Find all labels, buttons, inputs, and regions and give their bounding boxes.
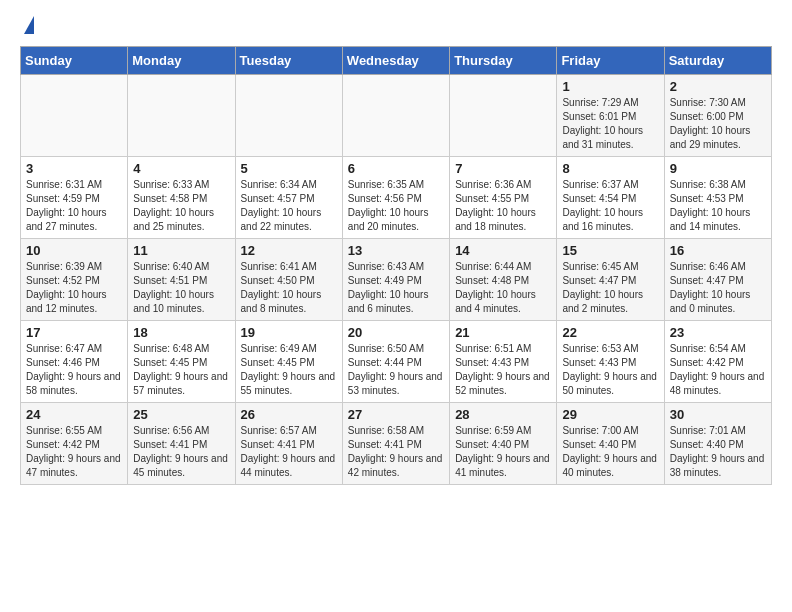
day-info: Sunrise: 6:50 AM Sunset: 4:44 PM Dayligh…	[348, 342, 444, 398]
day-number: 17	[26, 325, 122, 340]
header-friday: Friday	[557, 47, 664, 75]
day-info: Sunrise: 6:46 AM Sunset: 4:47 PM Dayligh…	[670, 260, 766, 316]
day-number: 1	[562, 79, 658, 94]
day-number: 30	[670, 407, 766, 422]
day-info: Sunrise: 6:51 AM Sunset: 4:43 PM Dayligh…	[455, 342, 551, 398]
day-info: Sunrise: 6:39 AM Sunset: 4:52 PM Dayligh…	[26, 260, 122, 316]
day-info: Sunrise: 6:45 AM Sunset: 4:47 PM Dayligh…	[562, 260, 658, 316]
calendar-cell: 15Sunrise: 6:45 AM Sunset: 4:47 PM Dayli…	[557, 239, 664, 321]
calendar-cell: 5Sunrise: 6:34 AM Sunset: 4:57 PM Daylig…	[235, 157, 342, 239]
calendar-cell: 29Sunrise: 7:00 AM Sunset: 4:40 PM Dayli…	[557, 403, 664, 485]
day-number: 3	[26, 161, 122, 176]
header-monday: Monday	[128, 47, 235, 75]
day-info: Sunrise: 6:55 AM Sunset: 4:42 PM Dayligh…	[26, 424, 122, 480]
day-info: Sunrise: 6:41 AM Sunset: 4:50 PM Dayligh…	[241, 260, 337, 316]
day-number: 4	[133, 161, 229, 176]
calendar-cell: 30Sunrise: 7:01 AM Sunset: 4:40 PM Dayli…	[664, 403, 771, 485]
week-row-0: 1Sunrise: 7:29 AM Sunset: 6:01 PM Daylig…	[21, 75, 772, 157]
day-number: 7	[455, 161, 551, 176]
day-number: 28	[455, 407, 551, 422]
calendar-cell: 13Sunrise: 6:43 AM Sunset: 4:49 PM Dayli…	[342, 239, 449, 321]
day-number: 26	[241, 407, 337, 422]
calendar-cell: 3Sunrise: 6:31 AM Sunset: 4:59 PM Daylig…	[21, 157, 128, 239]
day-number: 16	[670, 243, 766, 258]
day-info: Sunrise: 7:29 AM Sunset: 6:01 PM Dayligh…	[562, 96, 658, 152]
day-info: Sunrise: 7:30 AM Sunset: 6:00 PM Dayligh…	[670, 96, 766, 152]
day-info: Sunrise: 6:44 AM Sunset: 4:48 PM Dayligh…	[455, 260, 551, 316]
day-number: 22	[562, 325, 658, 340]
day-info: Sunrise: 6:56 AM Sunset: 4:41 PM Dayligh…	[133, 424, 229, 480]
week-row-1: 3Sunrise: 6:31 AM Sunset: 4:59 PM Daylig…	[21, 157, 772, 239]
day-info: Sunrise: 6:43 AM Sunset: 4:49 PM Dayligh…	[348, 260, 444, 316]
header-tuesday: Tuesday	[235, 47, 342, 75]
day-info: Sunrise: 6:54 AM Sunset: 4:42 PM Dayligh…	[670, 342, 766, 398]
day-number: 23	[670, 325, 766, 340]
day-info: Sunrise: 6:37 AM Sunset: 4:54 PM Dayligh…	[562, 178, 658, 234]
day-number: 18	[133, 325, 229, 340]
week-row-4: 24Sunrise: 6:55 AM Sunset: 4:42 PM Dayli…	[21, 403, 772, 485]
header-sunday: Sunday	[21, 47, 128, 75]
header-thursday: Thursday	[450, 47, 557, 75]
day-info: Sunrise: 6:40 AM Sunset: 4:51 PM Dayligh…	[133, 260, 229, 316]
calendar-table: SundayMondayTuesdayWednesdayThursdayFrid…	[20, 46, 772, 485]
calendar-header-row: SundayMondayTuesdayWednesdayThursdayFrid…	[21, 47, 772, 75]
calendar-cell: 26Sunrise: 6:57 AM Sunset: 4:41 PM Dayli…	[235, 403, 342, 485]
day-info: Sunrise: 6:33 AM Sunset: 4:58 PM Dayligh…	[133, 178, 229, 234]
day-number: 15	[562, 243, 658, 258]
header-saturday: Saturday	[664, 47, 771, 75]
day-number: 5	[241, 161, 337, 176]
calendar-cell: 10Sunrise: 6:39 AM Sunset: 4:52 PM Dayli…	[21, 239, 128, 321]
day-info: Sunrise: 6:59 AM Sunset: 4:40 PM Dayligh…	[455, 424, 551, 480]
header-wednesday: Wednesday	[342, 47, 449, 75]
calendar-cell: 8Sunrise: 6:37 AM Sunset: 4:54 PM Daylig…	[557, 157, 664, 239]
calendar-cell: 1Sunrise: 7:29 AM Sunset: 6:01 PM Daylig…	[557, 75, 664, 157]
calendar-cell: 23Sunrise: 6:54 AM Sunset: 4:42 PM Dayli…	[664, 321, 771, 403]
day-info: Sunrise: 6:47 AM Sunset: 4:46 PM Dayligh…	[26, 342, 122, 398]
calendar-cell: 25Sunrise: 6:56 AM Sunset: 4:41 PM Dayli…	[128, 403, 235, 485]
calendar-cell	[128, 75, 235, 157]
day-number: 13	[348, 243, 444, 258]
calendar-cell: 6Sunrise: 6:35 AM Sunset: 4:56 PM Daylig…	[342, 157, 449, 239]
calendar-cell: 4Sunrise: 6:33 AM Sunset: 4:58 PM Daylig…	[128, 157, 235, 239]
calendar-cell: 11Sunrise: 6:40 AM Sunset: 4:51 PM Dayli…	[128, 239, 235, 321]
calendar-cell: 22Sunrise: 6:53 AM Sunset: 4:43 PM Dayli…	[557, 321, 664, 403]
calendar-cell: 12Sunrise: 6:41 AM Sunset: 4:50 PM Dayli…	[235, 239, 342, 321]
logo	[20, 16, 34, 36]
day-number: 21	[455, 325, 551, 340]
day-number: 12	[241, 243, 337, 258]
calendar-cell	[450, 75, 557, 157]
calendar-cell	[21, 75, 128, 157]
calendar-cell: 2Sunrise: 7:30 AM Sunset: 6:00 PM Daylig…	[664, 75, 771, 157]
calendar-cell: 24Sunrise: 6:55 AM Sunset: 4:42 PM Dayli…	[21, 403, 128, 485]
logo-triangle-icon	[24, 16, 34, 34]
day-number: 19	[241, 325, 337, 340]
week-row-2: 10Sunrise: 6:39 AM Sunset: 4:52 PM Dayli…	[21, 239, 772, 321]
day-number: 25	[133, 407, 229, 422]
day-number: 20	[348, 325, 444, 340]
calendar-cell: 19Sunrise: 6:49 AM Sunset: 4:45 PM Dayli…	[235, 321, 342, 403]
calendar-cell	[235, 75, 342, 157]
calendar-cell: 9Sunrise: 6:38 AM Sunset: 4:53 PM Daylig…	[664, 157, 771, 239]
day-number: 2	[670, 79, 766, 94]
day-info: Sunrise: 6:53 AM Sunset: 4:43 PM Dayligh…	[562, 342, 658, 398]
calendar-cell: 27Sunrise: 6:58 AM Sunset: 4:41 PM Dayli…	[342, 403, 449, 485]
day-info: Sunrise: 7:01 AM Sunset: 4:40 PM Dayligh…	[670, 424, 766, 480]
day-number: 8	[562, 161, 658, 176]
week-row-3: 17Sunrise: 6:47 AM Sunset: 4:46 PM Dayli…	[21, 321, 772, 403]
day-info: Sunrise: 6:34 AM Sunset: 4:57 PM Dayligh…	[241, 178, 337, 234]
day-number: 27	[348, 407, 444, 422]
calendar-cell: 16Sunrise: 6:46 AM Sunset: 4:47 PM Dayli…	[664, 239, 771, 321]
day-info: Sunrise: 6:58 AM Sunset: 4:41 PM Dayligh…	[348, 424, 444, 480]
calendar-cell: 20Sunrise: 6:50 AM Sunset: 4:44 PM Dayli…	[342, 321, 449, 403]
day-info: Sunrise: 6:35 AM Sunset: 4:56 PM Dayligh…	[348, 178, 444, 234]
calendar-cell: 14Sunrise: 6:44 AM Sunset: 4:48 PM Dayli…	[450, 239, 557, 321]
day-info: Sunrise: 6:38 AM Sunset: 4:53 PM Dayligh…	[670, 178, 766, 234]
calendar-cell: 17Sunrise: 6:47 AM Sunset: 4:46 PM Dayli…	[21, 321, 128, 403]
day-number: 24	[26, 407, 122, 422]
day-info: Sunrise: 6:57 AM Sunset: 4:41 PM Dayligh…	[241, 424, 337, 480]
day-number: 9	[670, 161, 766, 176]
calendar-cell	[342, 75, 449, 157]
day-info: Sunrise: 6:36 AM Sunset: 4:55 PM Dayligh…	[455, 178, 551, 234]
day-number: 29	[562, 407, 658, 422]
day-info: Sunrise: 7:00 AM Sunset: 4:40 PM Dayligh…	[562, 424, 658, 480]
